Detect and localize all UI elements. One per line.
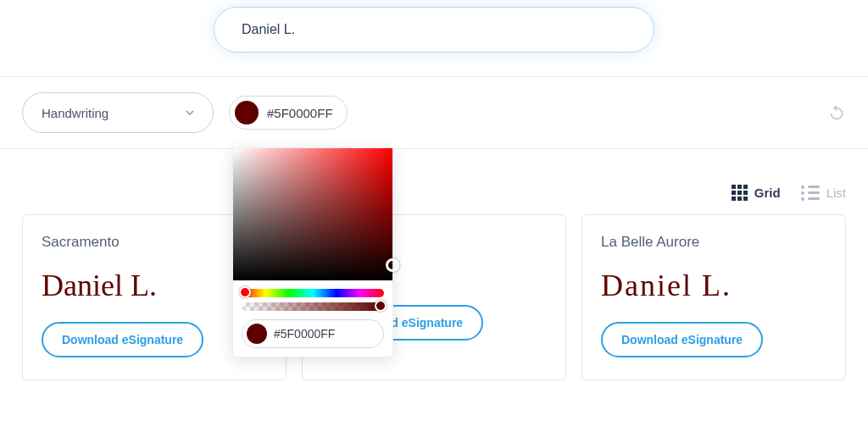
card-title: La Belle Aurore <box>601 234 826 251</box>
picker-hex-pill[interactable]: #5F0000FF <box>242 319 384 348</box>
color-swatch <box>235 101 259 125</box>
style-select[interactable]: Handwriting <box>22 92 214 133</box>
reset-button[interactable] <box>827 103 846 122</box>
sv-thumb[interactable] <box>386 258 399 272</box>
hue-slider[interactable] <box>242 289 384 297</box>
alpha-slider[interactable] <box>242 302 384 311</box>
signature-name-input[interactable] <box>214 7 654 53</box>
signature-preview: Daniel L. <box>601 269 826 303</box>
view-grid-toggle[interactable]: Grid <box>732 185 781 201</box>
picker-swatch <box>247 324 267 344</box>
hue-thumb[interactable] <box>239 286 251 298</box>
color-hex-label: #5F0000FF <box>267 106 333 120</box>
view-grid-label: Grid <box>754 186 781 200</box>
picker-hex-label: #5F0000FF <box>274 327 335 341</box>
chevron-down-icon <box>186 108 194 117</box>
alpha-thumb[interactable] <box>375 300 387 312</box>
signature-card: La Belle Aurore Daniel L. Download eSign… <box>581 214 846 380</box>
saturation-value-area[interactable] <box>233 148 392 280</box>
download-button[interactable]: Download eSignature <box>601 322 763 357</box>
style-select-label: Handwriting <box>42 106 108 120</box>
grid-icon <box>732 185 748 201</box>
color-value-pill[interactable]: #5F0000FF <box>229 96 348 130</box>
view-list-toggle[interactable]: List <box>801 186 846 201</box>
view-list-label: List <box>826 186 846 200</box>
download-button[interactable]: Download eSignature <box>42 322 203 357</box>
list-icon <box>801 186 820 201</box>
color-picker-popup: #5F0000FF <box>232 147 393 357</box>
